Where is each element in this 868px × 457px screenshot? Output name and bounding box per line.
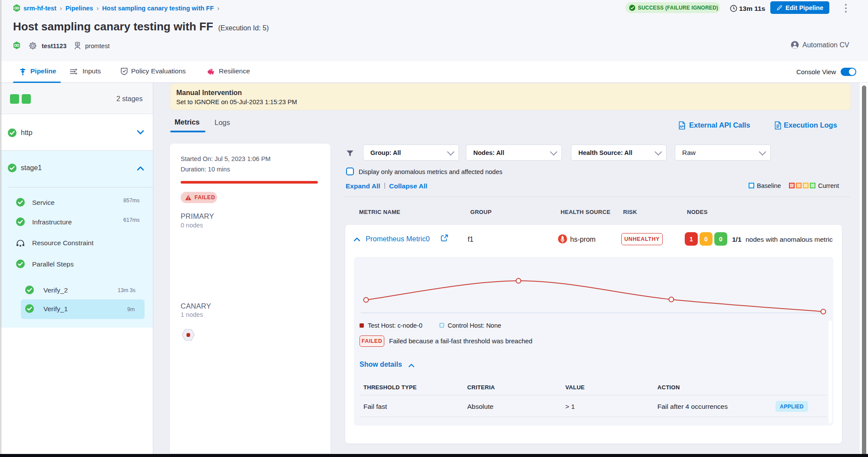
svg-text:API: API <box>680 125 684 128</box>
